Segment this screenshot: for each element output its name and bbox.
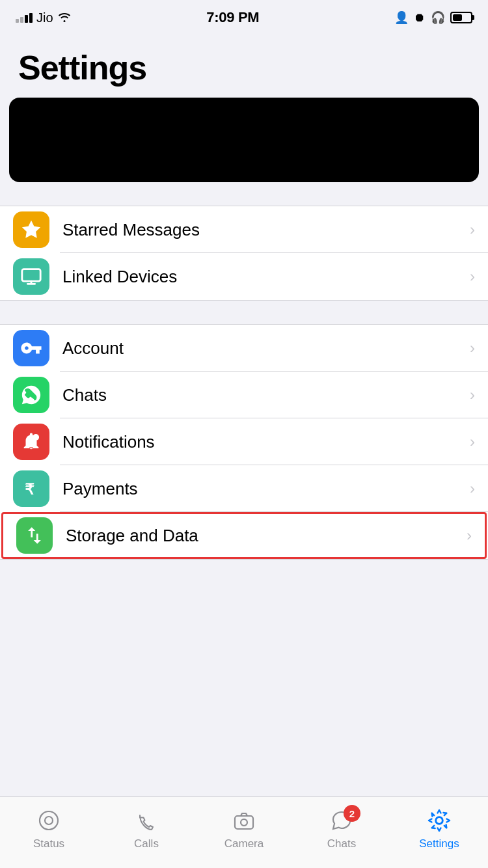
nav-status-label: Status (33, 837, 64, 850)
payments-icon: ₹ (13, 470, 49, 507)
notifications-row[interactable]: Notifications › (0, 418, 488, 465)
svg-point-8 (436, 817, 443, 824)
nav-calls-label: Calls (134, 837, 159, 850)
status-right: 👤 ⏺ 🎧 (394, 10, 472, 25)
nav-item-calls[interactable]: Calls (98, 806, 195, 850)
screen-record-icon: ⏺ (414, 11, 426, 25)
payments-chevron: › (470, 480, 475, 498)
nav-item-chats[interactable]: 2 Chats (293, 806, 390, 850)
headphones-icon: 🎧 (431, 10, 445, 25)
starred-messages-icon (13, 211, 49, 248)
starred-messages-label: Starred Messages (62, 220, 470, 240)
nav-item-camera[interactable]: Camera (195, 806, 293, 850)
svg-point-4 (45, 817, 53, 824)
calls-nav-icon (135, 809, 158, 832)
notifications-icon (13, 424, 49, 460)
page-title: Settings (18, 48, 470, 87)
account-chevron: › (470, 339, 475, 357)
starred-messages-chevron: › (470, 221, 475, 239)
nav-item-status[interactable]: Status (0, 806, 98, 850)
account-row[interactable]: Account › (0, 325, 488, 372)
profile-banner (9, 98, 479, 182)
storage-data-row[interactable]: Storage and Data › (1, 512, 487, 559)
camera-nav-icon (232, 809, 256, 832)
svg-point-6 (241, 819, 247, 826)
settings-nav-icon (427, 808, 452, 833)
account-icon (13, 330, 49, 366)
bottom-nav: Status Calls Camera 2 Chats (0, 796, 488, 868)
svg-point-3 (40, 811, 58, 830)
nav-item-settings[interactable]: Settings (390, 806, 488, 850)
nav-settings-icon-wrap (423, 806, 455, 835)
status-left: Jio (16, 10, 72, 25)
nav-camera-icon-wrap (228, 806, 260, 835)
notifications-label: Notifications (62, 432, 470, 452)
payments-label: Payments (62, 479, 470, 499)
linked-devices-icon (13, 258, 49, 295)
nav-calls-icon-wrap (130, 806, 163, 835)
nav-chats-label: Chats (327, 837, 356, 850)
section-gap-1 (0, 182, 488, 206)
carrier-text: Jio (36, 10, 53, 25)
signal-bars (16, 13, 33, 23)
linked-devices-chevron: › (470, 267, 475, 286)
person-icon: 👤 (394, 10, 409, 25)
status-bar: Jio 7:09 PM 👤 ⏺ 🎧 (0, 0, 488, 35)
svg-point-1 (33, 434, 39, 441)
status-time: 7:09 PM (206, 9, 259, 26)
storage-data-icon (16, 517, 53, 554)
page-title-section: Settings (0, 35, 488, 98)
starred-messages-row[interactable]: Starred Messages › (0, 206, 488, 253)
battery-indicator (450, 12, 472, 23)
svg-rect-0 (22, 269, 40, 281)
account-label: Account (62, 338, 470, 359)
chats-badge: 2 (344, 805, 360, 822)
storage-data-label: Storage and Data (66, 526, 467, 546)
nav-status-icon-wrap (33, 806, 65, 835)
settings-group-1: Starred Messages › Linked Devices › (0, 206, 488, 301)
wifi-icon (57, 10, 72, 25)
svg-rect-5 (235, 816, 253, 829)
nav-chats-icon-wrap: 2 (325, 806, 358, 835)
chats-settings-label: Chats (62, 385, 470, 405)
nav-settings-label: Settings (419, 837, 459, 850)
notifications-chevron: › (470, 433, 475, 451)
linked-devices-label: Linked Devices (62, 267, 470, 287)
nav-camera-label: Camera (224, 837, 264, 850)
storage-data-chevron: › (467, 526, 472, 545)
chats-settings-chevron: › (470, 386, 475, 404)
chats-settings-icon (13, 377, 49, 413)
settings-group-2: Account › Chats › Notificatio (0, 324, 488, 560)
status-nav-icon (37, 809, 61, 832)
payments-row[interactable]: ₹ Payments › (0, 465, 488, 512)
linked-devices-row[interactable]: Linked Devices › (0, 253, 488, 300)
chats-row[interactable]: Chats › (0, 372, 488, 418)
svg-text:₹: ₹ (25, 481, 34, 498)
section-gap-2 (0, 301, 488, 324)
